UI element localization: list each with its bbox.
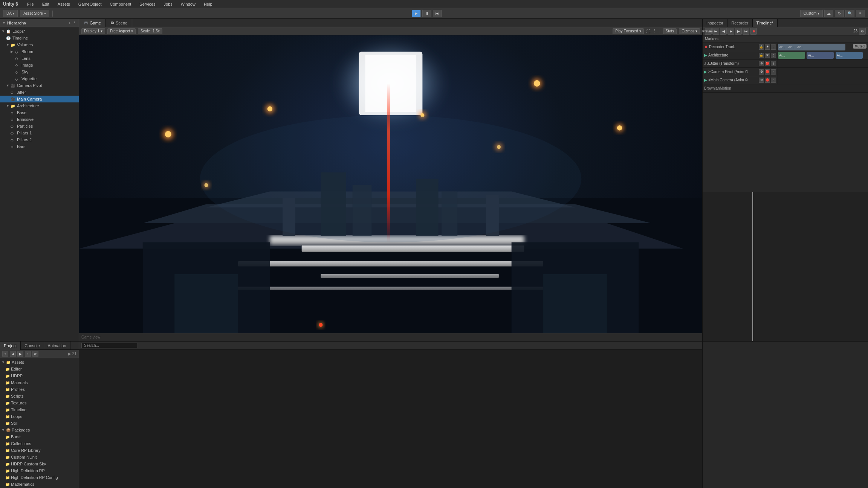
track-architecture-content[interactable]: Ar... Ar... Ar... <box>778 51 868 59</box>
hierarchy-item-loops[interactable]: ▼ 📋 Loops* <box>0 28 79 35</box>
architecture-clip-2[interactable]: Ar... <box>807 52 834 59</box>
jitter-btn3[interactable]: ⋮ <box>771 61 776 66</box>
track-more-btn[interactable]: ⋮ <box>771 44 776 50</box>
proj-add-btn[interactable]: + <box>2 351 8 357</box>
gizmos-btn[interactable]: Gizmos ▾ <box>679 28 700 34</box>
track-lock-btn[interactable]: 🔒 <box>759 44 764 50</box>
hierarchy-item-bloom[interactable]: ▶ ◇ Bloom <box>0 48 79 55</box>
cp-btn3[interactable]: ⋮ <box>771 69 776 75</box>
step-button[interactable]: ⏭ <box>433 10 442 17</box>
folder-scripts[interactable]: 📁Scripts <box>0 393 79 400</box>
proj-up-btn[interactable]: ↑ <box>25 351 31 357</box>
hierarchy-item-vignette[interactable]: ◇ Vignette <box>0 75 79 82</box>
arch-lock-btn[interactable]: 🔒 <box>759 53 764 58</box>
cp-btn2[interactable]: 🔴 <box>765 69 770 75</box>
folder-materials[interactable]: 📁Materials <box>0 379 79 386</box>
hierarchy-item-emissive[interactable]: ◇ Emissive <box>0 116 79 123</box>
proj-prev-btn[interactable]: ◀ <box>10 351 16 357</box>
custom-btn[interactable]: Custom ▾ <box>800 10 823 17</box>
cp-btn1[interactable]: ⚙ <box>759 69 764 75</box>
cloud-icon[interactable]: ☁ <box>824 10 833 17</box>
tl-preview-btn[interactable]: Preview <box>705 28 712 35</box>
folder-collections[interactable]: 📁Collections <box>0 440 79 447</box>
tl-prev-frame[interactable]: ◀ <box>720 28 727 35</box>
folder-hdrp-custom-sky[interactable]: 📁HDRP Custom Sky <box>0 461 79 467</box>
hierarchy-item-camerapivot[interactable]: ▼ 🎥 Camera Pivot <box>0 82 79 89</box>
hierarchy-item-jitter[interactable]: ◇ Jitter <box>0 89 79 96</box>
mc-btn3[interactable]: ⋮ <box>771 78 776 83</box>
account-btn[interactable]: DA ▾ <box>3 10 18 17</box>
menu-window[interactable]: Window <box>179 1 197 7</box>
timeline-ruler-area[interactable] <box>703 192 868 341</box>
aspect-btn[interactable]: Free Aspect ▾ <box>107 28 136 34</box>
recorder-clip[interactable]: Ar... Ar... Ar... <box>778 44 845 50</box>
tab-animation[interactable]: Animation <box>44 342 70 350</box>
hierarchy-item-bars[interactable]: ◇ Bars <box>0 143 79 150</box>
tl-settings[interactable]: ⚙ <box>859 28 866 35</box>
refresh-icon[interactable]: ⟳ <box>835 10 844 17</box>
tab-timeline[interactable]: Timeline* <box>753 19 778 27</box>
hierarchy-item-maincamera[interactable]: 🎥 Main Camera <box>0 96 79 102</box>
play-focused-btn[interactable]: Play Focused ▾ <box>613 28 643 34</box>
hierarchy-item-architecture[interactable]: ▼ 📁 Architecture <box>0 102 79 109</box>
hierarchy-item-image[interactable]: ◇ Image <box>0 62 79 69</box>
menu-file[interactable]: File <box>26 1 35 7</box>
tl-play[interactable]: ▶ <box>727 28 734 35</box>
mc-btn1[interactable]: ⚙ <box>759 78 764 83</box>
proj-next-btn[interactable]: ▶ <box>17 351 23 357</box>
folder-still[interactable]: 📁Still <box>0 420 79 427</box>
track-maincamera-content[interactable] <box>778 76 868 84</box>
architecture-clip-3[interactable]: Ar... <box>836 52 863 59</box>
tab-console[interactable]: Console <box>21 342 44 350</box>
hierarchy-item-pillars1[interactable]: ◇ Pillars 1 <box>0 130 79 136</box>
tab-scene[interactable]: 🏔 Scene <box>106 19 132 27</box>
hierarchy-item-volumes[interactable]: ▼ 📁 Volumes <box>0 41 79 48</box>
tab-game[interactable]: 🎮 Game <box>79 19 106 27</box>
arch-eye-btn[interactable]: 👁 <box>765 53 770 58</box>
tab-project[interactable]: Project <box>0 342 21 350</box>
folder-textures[interactable]: 📁Textures <box>0 400 79 406</box>
hierarchy-item-pillars2[interactable]: ◇ Pillars 2 <box>0 136 79 143</box>
pause-button[interactable]: ⏸ <box>422 10 431 17</box>
menu-gameobject[interactable]: GameObject <box>77 1 103 7</box>
tl-skip-start[interactable]: ⏮ <box>712 28 719 35</box>
menu-edit[interactable]: Edit <box>41 1 51 7</box>
hierarchy-more[interactable]: ⋮ <box>72 20 76 25</box>
scale-btn[interactable]: Scale 1.5x <box>138 28 162 34</box>
hierarchy-item-lens[interactable]: ◇ Lens <box>0 55 79 62</box>
track-recorder-content[interactable]: Muted Ar... Ar... Ar... <box>778 43 868 51</box>
game-view[interactable]: Game view <box>79 35 702 341</box>
tl-record[interactable]: ⏺ <box>750 28 757 35</box>
play-button[interactable]: ▶ <box>412 10 421 17</box>
tl-skip-end[interactable]: ⏭ <box>743 28 749 35</box>
maximize-icon[interactable]: ⛶ <box>646 29 650 34</box>
asset-browser-search[interactable]: Search... <box>81 343 138 348</box>
asset-browser-content[interactable] <box>79 350 702 488</box>
folder-loops[interactable]: 📁Loops <box>0 413 79 420</box>
track-eye-btn[interactable]: 👁 <box>765 44 770 50</box>
architecture-clip-1[interactable]: Ar... <box>778 52 805 59</box>
folder-core-rp[interactable]: 📁Core RP Library <box>0 447 79 454</box>
folder-packages[interactable]: ▼ 📦 Packages <box>0 427 79 433</box>
tab-inspector[interactable]: Inspector <box>703 19 727 27</box>
mc-btn2[interactable]: 🔴 <box>765 78 770 83</box>
folder-assets[interactable]: ▼ 📁 Assets <box>0 359 79 366</box>
hierarchy-item-base[interactable]: ◇ Base <box>0 109 79 116</box>
folder-editor[interactable]: 📁Editor <box>0 366 79 372</box>
menu-jobs[interactable]: Jobs <box>162 1 174 7</box>
stats-btn[interactable]: Stats <box>663 28 677 34</box>
folder-hdrp[interactable]: 📁HDRP <box>0 372 79 379</box>
hierarchy-add[interactable]: + <box>69 21 71 25</box>
menu-icon[interactable]: ≡ <box>856 10 865 17</box>
menu-help[interactable]: Help <box>202 1 214 7</box>
tab-recorder[interactable]: Recorder <box>727 19 752 27</box>
folder-timeline-assets[interactable]: 📁Timeline <box>0 406 79 413</box>
menu-services[interactable]: Services <box>138 1 157 7</box>
folder-mathematics[interactable]: 📁Mathematics <box>0 481 79 488</box>
asset-store-btn[interactable]: Asset Store ▾ <box>20 10 49 17</box>
folder-profiles[interactable]: 📁Profiles <box>0 386 79 393</box>
folder-high-def-rp[interactable]: 📁High Definition RP <box>0 467 79 474</box>
more-icon[interactable]: ⋮ <box>653 29 657 34</box>
hierarchy-item-timeline[interactable]: 🕐 Timeline <box>0 35 79 41</box>
jitter-btn1[interactable]: ⚙ <box>759 61 764 66</box>
